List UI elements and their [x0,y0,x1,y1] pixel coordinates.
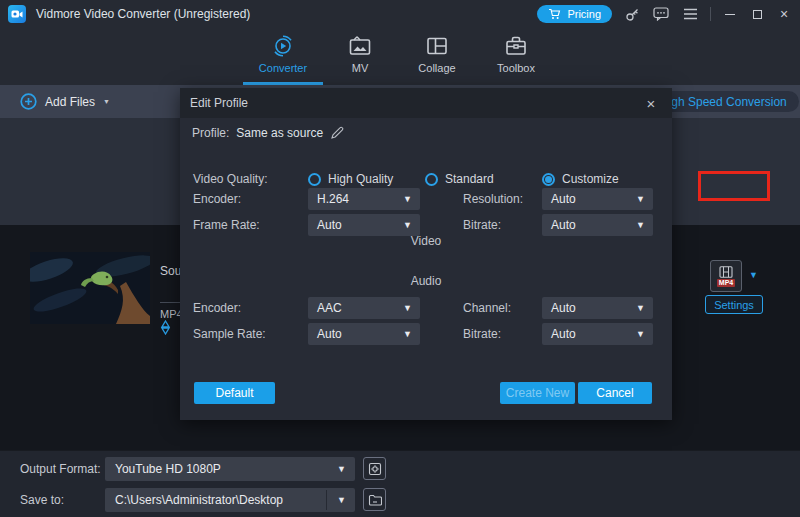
button-label: Cancel [596,386,633,400]
radio-label: Customize [562,172,619,186]
feedback-chat-icon[interactable] [652,5,670,23]
edit-profile-dialog: Edit Profile × Profile: Same as source V… [180,88,672,420]
default-button[interactable]: Default [194,382,275,404]
dropdown-value: H.264 [317,188,349,210]
bottom-panel: Output Format: YouTube HD 1080P ▼ Save t… [0,450,800,517]
video-encoder-label: Encoder: [193,188,241,210]
cart-icon [548,8,561,20]
cancel-button[interactable]: Cancel [578,382,652,404]
profile-row: Profile: Same as source [192,124,344,142]
app-logo-icon [8,5,26,23]
tab-converter[interactable]: Converter [245,34,321,85]
video-quality-label: Video Quality: [193,168,268,190]
create-new-button[interactable]: Create New [500,382,575,404]
film-icon [719,266,733,278]
dropdown-caret-icon: ▼ [403,194,412,204]
sample-rate-label: Sample Rate: [193,323,266,345]
frame-rate-label: Frame Rate: [193,214,260,236]
tab-collage[interactable]: Collage [399,34,475,85]
effects-star-icon[interactable] [158,320,173,339]
tab-mv[interactable]: MV [322,34,398,85]
add-files-label: Add Files [45,95,95,109]
format-badge: MP4 [717,279,735,287]
video-thumbnail [30,252,150,324]
titlebar-separator [710,7,711,21]
audio-bitrate-dropdown[interactable]: Auto ▼ [542,323,653,345]
save-to-dropdown[interactable]: C:\Users\Administrator\Desktop ▼ [105,488,355,512]
dropdown-caret-icon: ▼ [403,329,412,339]
folder-icon [368,494,382,506]
pricing-label: Pricing [567,8,601,20]
profile-label: Profile: [192,126,229,140]
dropdown-value: Auto [551,297,576,319]
dropdown-caret-icon: ▼ [403,220,412,230]
tab-label: Toolbox [497,62,535,74]
video-bitrate-dropdown[interactable]: Auto ▼ [542,214,653,236]
dropdown-caret-icon: ▼ [636,303,645,313]
audio-section-header: Audio [180,274,672,288]
channel-dropdown[interactable]: Auto ▼ [542,297,653,319]
video-encoder-dropdown[interactable]: H.264 ▼ [308,188,420,210]
button-label: Create New [506,386,569,400]
frame-rate-dropdown[interactable]: Auto ▼ [308,214,420,236]
main-nav: Converter MV Collage Toolbox [0,28,800,85]
toolbox-icon [504,34,528,58]
format-caret-icon[interactable]: ▼ [749,270,758,280]
output-format-icon[interactable]: MP4 [710,260,742,292]
dropdown-caret-icon: ▼ [337,464,346,474]
dropdown-value: C:\Users\Administrator\Desktop [115,488,283,512]
dropdown-value: Auto [317,323,342,345]
close-button[interactable]: × [776,6,792,22]
add-files-caret-icon[interactable]: ▼ [103,98,110,105]
video-section-header: Video [180,234,672,248]
dropdown-value: YouTube HD 1080P [115,457,221,481]
resolution-dropdown[interactable]: Auto ▼ [542,188,653,210]
channel-label: Channel: [463,297,511,319]
settings-button[interactable]: Settings [705,295,763,314]
menu-hamburger-icon[interactable] [681,5,699,23]
add-plus-icon [20,93,37,110]
tab-label: Collage [418,62,455,74]
dialog-close-icon[interactable]: × [642,94,660,112]
profile-value: Same as source [236,126,323,140]
register-key-icon[interactable] [623,5,641,23]
dropdown-caret-icon: ▼ [636,194,645,204]
format-preset-button[interactable] [363,457,386,480]
dropdown-value: Auto [551,214,576,236]
edit-pencil-icon[interactable] [330,126,344,140]
maximize-button[interactable] [749,6,765,22]
save-to-label: Save to: [20,488,64,512]
file-title: Sou [160,264,181,278]
audio-encoder-label: Encoder: [193,297,241,319]
radio-label: Standard [445,172,494,186]
sample-rate-dropdown[interactable]: Auto ▼ [308,323,420,345]
output-format-dropdown[interactable]: YouTube HD 1080P ▼ [105,457,355,481]
dropdown-caret-icon: ▼ [636,329,645,339]
tab-label: Converter [259,62,307,74]
open-folder-button[interactable] [363,488,386,511]
tab-toolbox[interactable]: Toolbox [478,34,554,85]
radio-customize[interactable]: Customize [542,171,619,187]
dropdown-value: Auto [551,188,576,210]
dropdown-value: AAC [317,297,342,319]
radio-icon [308,173,321,186]
add-files-button[interactable]: Add Files ▼ [20,85,110,118]
dropdown-caret-icon: ▼ [403,303,412,313]
video-bitrate-label: Bitrate: [463,214,501,236]
audio-bitrate-label: Bitrate: [463,323,501,345]
titlebar: Vidmore Video Converter (Unregistered) P… [0,0,800,28]
radio-standard[interactable]: Standard [425,171,494,187]
audio-encoder-dropdown[interactable]: AAC ▼ [308,297,420,319]
radio-high-quality[interactable]: High Quality [308,171,393,187]
collage-icon [425,34,449,58]
minimize-button[interactable] [722,6,738,22]
pricing-button[interactable]: Pricing [537,5,612,23]
high-speed-label: High Speed Conversion [660,95,787,109]
app-window: Vidmore Video Converter (Unregistered) P… [0,0,800,517]
radio-icon [542,173,555,186]
dropdown-caret-icon: ▼ [636,220,645,230]
settings-label: Settings [714,299,754,311]
dropdown-divider [326,490,327,510]
tab-label: MV [352,62,369,74]
radio-label: High Quality [328,172,393,186]
